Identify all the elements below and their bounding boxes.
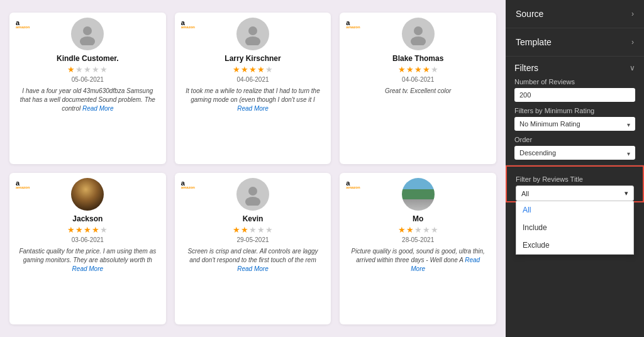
empty-star-icon: ★ [92,65,99,74]
filled-star-icon: ★ [398,225,406,235]
read-more-link[interactable]: Read More [82,105,113,112]
review-date: 28-05-2021 [402,236,434,243]
reviewer-avatar [236,178,269,211]
filled-star-icon: ★ [406,65,414,74]
filled-star-icon: ★ [249,65,257,74]
order-wrapper: Descending Ascending [514,146,635,161]
minimum-rating-label: Filters by Minimum Rating [514,107,635,114]
svg-point-5 [411,36,426,45]
template-chevron-icon: › [631,38,634,47]
template-item[interactable]: Template › [506,28,644,57]
filled-star-icon: ★ [241,225,248,235]
filters-header[interactable]: Filters ∨ [514,63,635,73]
filled-star-icon: ★ [398,65,406,74]
review-date: 03-06-2021 [72,236,104,243]
star-rating: ★★★★★ [398,225,438,235]
star-rating: ★★★★★ [233,65,273,74]
read-more-link[interactable]: Read More [237,105,268,112]
review-date: 05-06-2021 [72,76,104,83]
filter-option-all[interactable]: All [516,201,633,219]
read-more-link[interactable]: Read More [411,257,480,272]
source-item[interactable]: Source › [506,0,644,28]
filled-star-icon: ★ [84,225,91,235]
filled-star-icon: ★ [67,65,75,74]
filled-star-icon: ★ [414,65,422,74]
read-more-link[interactable]: Read More [72,265,103,272]
review-text: Picture quality is good, sound is good, … [348,247,487,273]
number-of-reviews-label: Number of Reviews [514,78,635,86]
star-rating: ★★★★★ [233,225,273,235]
empty-star-icon: ★ [100,225,108,235]
empty-star-icon: ★ [265,225,273,235]
read-more-link[interactable]: Read More [237,265,268,272]
filter-title-select-box[interactable]: All ▾ [516,185,634,201]
empty-star-icon: ★ [84,65,91,74]
filled-star-icon: ★ [233,65,240,74]
svg-point-2 [248,26,257,35]
empty-star-icon: ★ [423,225,430,235]
review-text: Great tv. Excellent color [385,87,451,96]
filter-title-dropdown[interactable]: All ▾ All Include Exclude [516,185,634,201]
reviewer-name: Jackson [72,214,103,223]
svg-point-1 [80,36,95,45]
filter-by-title-label: Filter by Reviews Title [516,175,634,183]
review-card-1: aamazonKindle Customer.★★★★★05-06-2021I … [9,13,166,164]
svg-point-6 [248,187,257,196]
filled-star-icon: ★ [67,225,75,235]
empty-star-icon: ★ [100,65,108,74]
review-card-3: aamazonBlake Thomas★★★★★04-06-2021Great … [340,13,496,164]
sidebar: Source › Template › Filters ∨ Number of … [506,0,644,337]
amazon-logo: aamazon [181,19,195,29]
template-label: Template [516,37,552,47]
filter-title-options: All Include Exclude [516,201,634,255]
amazon-logo: aamazon [181,179,195,189]
number-of-reviews-input[interactable] [514,88,635,102]
empty-star-icon: ★ [75,65,83,74]
star-rating: ★★★★★ [67,65,108,74]
reviewer-name: Kindle Customer. [57,54,119,63]
empty-star-icon: ★ [265,65,273,74]
empty-star-icon: ★ [257,225,265,235]
minimum-rating-wrapper: No Minimum Rating 1 Star 2 Stars 3 Stars… [514,117,635,132]
amazon-logo: aamazon [346,19,360,29]
reviewer-avatar [71,18,104,50]
filters-chevron-icon: ∨ [630,64,635,72]
reviewer-avatar [402,18,435,50]
filter-by-title-section: Filter by Reviews Title All ▾ All Includ… [506,165,644,202]
svg-point-7 [245,197,260,206]
review-text: Screen is crisp and clear. All controls … [184,247,323,273]
filter-title-selected-value: All [521,190,529,197]
svg-point-3 [245,36,260,45]
empty-star-icon: ★ [414,225,422,235]
svg-point-0 [83,26,92,35]
empty-star-icon: ★ [431,65,438,74]
order-select[interactable]: Descending Ascending [514,146,635,160]
reviewer-name: Blake Thomas [392,54,443,63]
reviewer-name: Mo [413,214,423,223]
filled-star-icon: ★ [75,225,83,235]
reviews-panel: aamazonKindle Customer.★★★★★05-06-2021I … [0,0,506,337]
filled-star-icon: ★ [241,65,248,74]
review-card-4: aamazonJackson★★★★★03-06-2021Fantastic q… [9,173,166,324]
filter-option-include[interactable]: Include [516,219,633,236]
reviewer-name: Larry Kirschner [225,54,280,63]
reviewer-avatar [402,178,435,211]
review-text: Fantastic quality for the price. I am us… [18,247,157,273]
review-date: 04-06-2021 [236,76,269,83]
filled-star-icon: ★ [423,65,430,74]
review-card-6: aamazonMo★★★★★28-05-2021Picture quality … [340,173,496,324]
star-rating: ★★★★★ [398,65,438,74]
empty-star-icon: ★ [249,225,257,235]
reviewer-avatar [71,178,104,211]
reviewer-avatar [236,18,269,50]
source-chevron-icon: › [631,9,634,18]
review-text: It took me a while to realize that I had… [184,87,323,113]
minimum-rating-select[interactable]: No Minimum Rating 1 Star 2 Stars 3 Stars… [514,117,635,131]
review-card-5: aamazonKevin★★★★★29-05-2021Screen is cri… [175,173,331,324]
source-label: Source [516,9,543,19]
filled-star-icon: ★ [406,225,414,235]
empty-star-icon: ★ [431,225,438,235]
amazon-logo: aamazon [16,179,30,189]
filled-star-icon: ★ [233,225,240,235]
filter-option-exclude[interactable]: Exclude [516,236,633,254]
